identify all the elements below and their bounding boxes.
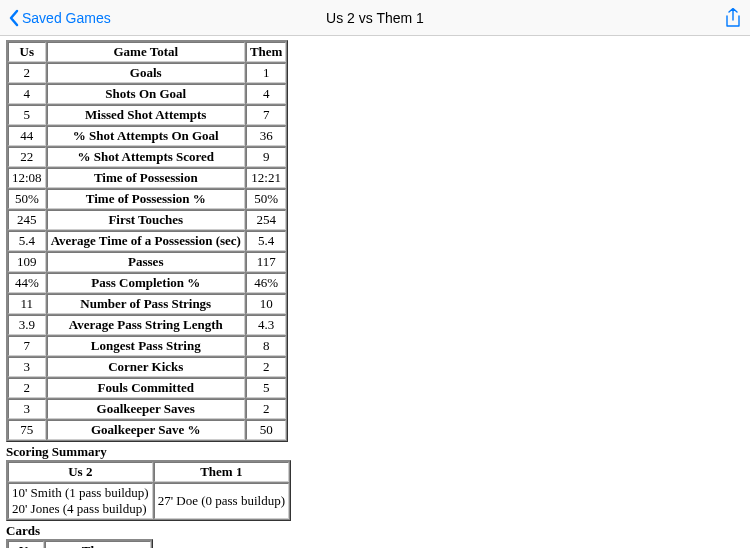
stat-us: 50% xyxy=(8,189,46,209)
stat-them: 9 xyxy=(246,147,287,167)
stat-them: 5 xyxy=(246,378,287,398)
stat-us: 245 xyxy=(8,210,46,230)
table-row: 5Missed Shot Attempts7 xyxy=(8,105,286,125)
scoring-header: Scoring Summary xyxy=(6,444,744,460)
table-row: 12:08Time of Possession12:21 xyxy=(8,168,286,188)
share-button[interactable] xyxy=(724,8,742,28)
header-us: Us xyxy=(8,42,46,62)
stat-them: 46% xyxy=(246,273,287,293)
stat-us: 4 xyxy=(8,84,46,104)
stat-us: 44 xyxy=(8,126,46,146)
share-icon xyxy=(724,8,742,28)
stat-us: 5 xyxy=(8,105,46,125)
table-row: 7Longest Pass String8 xyxy=(8,336,286,356)
table-row: 2Goals1 xyxy=(8,63,286,83)
table-header-row: Us Them xyxy=(8,541,151,548)
cards-header-us: Us xyxy=(8,541,44,548)
table-row: 3Goalkeeper Saves2 xyxy=(8,399,286,419)
table-header-row: Us Game Total Them xyxy=(8,42,286,62)
navbar: Saved Games Us 2 vs Them 1 xyxy=(0,0,750,36)
stat-us: 5.4 xyxy=(8,231,46,251)
stat-them: 50 xyxy=(246,420,287,440)
stat-label: Average Pass String Length xyxy=(47,315,245,335)
scoring-header-them: Them 1 xyxy=(154,462,289,482)
scoring-header-us: Us 2 xyxy=(8,462,153,482)
header-mid: Game Total xyxy=(47,42,245,62)
table-row: 10' Smith (1 pass buildup)20' Jones (4 p… xyxy=(8,483,289,519)
scoring-table: Us 2 Them 1 10' Smith (1 pass buildup)20… xyxy=(6,460,291,521)
stat-them: 50% xyxy=(246,189,287,209)
stat-us: 2 xyxy=(8,63,46,83)
stat-them: 117 xyxy=(246,252,287,272)
chevron-left-icon xyxy=(8,9,20,27)
table-row: 245First Touches254 xyxy=(8,210,286,230)
table-row: 5.4Average Time of a Possession (sec)5.4 xyxy=(8,231,286,251)
stat-label: Shots On Goal xyxy=(47,84,245,104)
table-row: 75Goalkeeper Save %50 xyxy=(8,420,286,440)
stat-label: Missed Shot Attempts xyxy=(47,105,245,125)
back-label: Saved Games xyxy=(22,10,111,26)
cards-header: Cards xyxy=(6,523,744,539)
table-row: 50%Time of Possession %50% xyxy=(8,189,286,209)
stat-them: 4 xyxy=(246,84,287,104)
stat-label: % Shot Attempts On Goal xyxy=(47,126,245,146)
stat-label: Average Time of a Possession (sec) xyxy=(47,231,245,251)
stat-label: Time of Possession xyxy=(47,168,245,188)
page-title: Us 2 vs Them 1 xyxy=(0,10,750,26)
table-row: 3.9Average Pass String Length4.3 xyxy=(8,315,286,335)
stat-us: 3 xyxy=(8,399,46,419)
stat-label: Number of Pass Strings xyxy=(47,294,245,314)
table-row: 109Passes117 xyxy=(8,252,286,272)
stat-label: Goalkeeper Save % xyxy=(47,420,245,440)
stat-us: 3.9 xyxy=(8,315,46,335)
stat-them: 36 xyxy=(246,126,287,146)
stat-us: 11 xyxy=(8,294,46,314)
stat-them: 254 xyxy=(246,210,287,230)
stat-them: 8 xyxy=(246,336,287,356)
stat-them: 1 xyxy=(246,63,287,83)
stat-us: 12:08 xyxy=(8,168,46,188)
stat-them: 4.3 xyxy=(246,315,287,335)
table-row: 3Corner Kicks2 xyxy=(8,357,286,377)
stat-us: 7 xyxy=(8,336,46,356)
stat-them: 7 xyxy=(246,105,287,125)
table-row: 22% Shot Attempts Scored9 xyxy=(8,147,286,167)
scoring-us-cell: 10' Smith (1 pass buildup)20' Jones (4 p… xyxy=(8,483,153,519)
table-row: 4Shots On Goal4 xyxy=(8,84,286,104)
table-row: 2Fouls Committed5 xyxy=(8,378,286,398)
stat-us: 75 xyxy=(8,420,46,440)
content: Us Game Total Them 2Goals14Shots On Goal… xyxy=(0,36,750,548)
table-row: 44% Shot Attempts On Goal36 xyxy=(8,126,286,146)
stat-label: First Touches xyxy=(47,210,245,230)
cards-header-them: Them xyxy=(45,541,151,548)
stat-label: Corner Kicks xyxy=(47,357,245,377)
stat-label: Longest Pass String xyxy=(47,336,245,356)
stat-us: 109 xyxy=(8,252,46,272)
stat-label: Goalkeeper Saves xyxy=(47,399,245,419)
stat-label: Time of Possession % xyxy=(47,189,245,209)
cards-table: Us Them None 23' Mann (Yellow) xyxy=(6,539,153,548)
stat-us: 2 xyxy=(8,378,46,398)
back-button[interactable]: Saved Games xyxy=(8,9,111,27)
stat-them: 12:21 xyxy=(246,168,287,188)
scoring-them-cell: 27' Doe (0 pass buildup) xyxy=(154,483,289,519)
stat-label: Passes xyxy=(47,252,245,272)
stat-label: Fouls Committed xyxy=(47,378,245,398)
table-row: 44%Pass Completion %46% xyxy=(8,273,286,293)
stat-them: 5.4 xyxy=(246,231,287,251)
table-row: 11Number of Pass Strings10 xyxy=(8,294,286,314)
stat-us: 44% xyxy=(8,273,46,293)
stat-them: 10 xyxy=(246,294,287,314)
stat-them: 2 xyxy=(246,399,287,419)
stat-us: 22 xyxy=(8,147,46,167)
table-header-row: Us 2 Them 1 xyxy=(8,462,289,482)
stat-label: % Shot Attempts Scored xyxy=(47,147,245,167)
header-them: Them xyxy=(246,42,287,62)
stat-them: 2 xyxy=(246,357,287,377)
stats-table: Us Game Total Them 2Goals14Shots On Goal… xyxy=(6,40,288,442)
stat-us: 3 xyxy=(8,357,46,377)
stat-label: Goals xyxy=(47,63,245,83)
stat-label: Pass Completion % xyxy=(47,273,245,293)
